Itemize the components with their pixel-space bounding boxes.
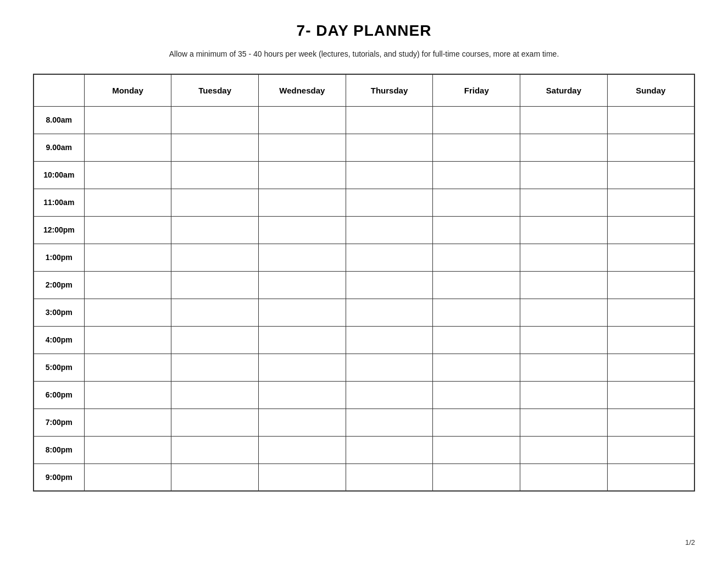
schedule-cell[interactable] <box>346 189 433 216</box>
schedule-cell[interactable] <box>84 299 171 326</box>
schedule-cell[interactable] <box>433 299 520 326</box>
schedule-cell[interactable] <box>346 354 433 381</box>
schedule-cell[interactable] <box>520 189 608 216</box>
schedule-cell[interactable] <box>346 326 433 354</box>
schedule-cell[interactable] <box>259 244 346 271</box>
schedule-cell[interactable] <box>520 436 608 463</box>
schedule-cell[interactable] <box>84 463 171 491</box>
schedule-cell[interactable] <box>84 326 171 354</box>
schedule-cell[interactable] <box>171 436 259 463</box>
schedule-cell[interactable] <box>171 134 259 161</box>
schedule-cell[interactable] <box>433 409 520 436</box>
schedule-cell[interactable] <box>607 381 694 409</box>
schedule-cell[interactable] <box>346 271 433 299</box>
schedule-cell[interactable] <box>346 436 433 463</box>
schedule-cell[interactable] <box>84 244 171 271</box>
schedule-cell[interactable] <box>259 381 346 409</box>
schedule-cell[interactable] <box>259 436 346 463</box>
schedule-cell[interactable] <box>84 106 171 134</box>
schedule-cell[interactable] <box>84 354 171 381</box>
schedule-cell[interactable] <box>84 216 171 244</box>
schedule-cell[interactable] <box>84 161 171 189</box>
schedule-cell[interactable] <box>607 326 694 354</box>
schedule-cell[interactable] <box>259 161 346 189</box>
schedule-cell[interactable] <box>433 271 520 299</box>
schedule-cell[interactable] <box>346 409 433 436</box>
schedule-cell[interactable] <box>607 216 694 244</box>
schedule-cell[interactable] <box>607 436 694 463</box>
schedule-cell[interactable] <box>520 409 608 436</box>
schedule-cell[interactable] <box>171 244 259 271</box>
schedule-cell[interactable] <box>346 134 433 161</box>
schedule-cell[interactable] <box>520 381 608 409</box>
schedule-cell[interactable] <box>607 244 694 271</box>
schedule-cell[interactable] <box>607 354 694 381</box>
schedule-cell[interactable] <box>433 381 520 409</box>
schedule-cell[interactable] <box>259 216 346 244</box>
schedule-cell[interactable] <box>171 216 259 244</box>
schedule-cell[interactable] <box>84 409 171 436</box>
schedule-cell[interactable] <box>171 189 259 216</box>
schedule-cell[interactable] <box>171 161 259 189</box>
schedule-cell[interactable] <box>259 271 346 299</box>
schedule-cell[interactable] <box>346 381 433 409</box>
schedule-cell[interactable] <box>607 463 694 491</box>
schedule-cell[interactable] <box>84 134 171 161</box>
table-row: 9:00pm <box>34 463 694 491</box>
schedule-cell[interactable] <box>607 106 694 134</box>
schedule-cell[interactable] <box>171 326 259 354</box>
schedule-cell[interactable] <box>171 463 259 491</box>
schedule-cell[interactable] <box>433 134 520 161</box>
schedule-cell[interactable] <box>259 409 346 436</box>
schedule-cell[interactable] <box>520 326 608 354</box>
schedule-cell[interactable] <box>259 189 346 216</box>
schedule-cell[interactable] <box>433 244 520 271</box>
schedule-cell[interactable] <box>520 134 608 161</box>
schedule-cell[interactable] <box>520 463 608 491</box>
schedule-cell[interactable] <box>520 271 608 299</box>
schedule-cell[interactable] <box>520 299 608 326</box>
schedule-cell[interactable] <box>84 189 171 216</box>
schedule-cell[interactable] <box>259 326 346 354</box>
schedule-cell[interactable] <box>84 381 171 409</box>
schedule-cell[interactable] <box>520 216 608 244</box>
schedule-cell[interactable] <box>433 189 520 216</box>
schedule-cell[interactable] <box>433 463 520 491</box>
schedule-cell[interactable] <box>171 354 259 381</box>
schedule-cell[interactable] <box>607 271 694 299</box>
schedule-cell[interactable] <box>520 106 608 134</box>
schedule-cell[interactable] <box>607 409 694 436</box>
schedule-cell[interactable] <box>259 106 346 134</box>
schedule-cell[interactable] <box>433 354 520 381</box>
schedule-cell[interactable] <box>346 463 433 491</box>
schedule-cell[interactable] <box>607 134 694 161</box>
schedule-cell[interactable] <box>346 244 433 271</box>
schedule-cell[interactable] <box>171 381 259 409</box>
schedule-cell[interactable] <box>607 299 694 326</box>
schedule-cell[interactable] <box>84 436 171 463</box>
schedule-cell[interactable] <box>259 134 346 161</box>
schedule-cell[interactable] <box>433 161 520 189</box>
schedule-cell[interactable] <box>259 354 346 381</box>
schedule-cell[interactable] <box>433 106 520 134</box>
schedule-cell[interactable] <box>520 244 608 271</box>
schedule-cell[interactable] <box>171 271 259 299</box>
schedule-cell[interactable] <box>259 463 346 491</box>
schedule-cell[interactable] <box>346 216 433 244</box>
schedule-cell[interactable] <box>433 326 520 354</box>
schedule-cell[interactable] <box>171 409 259 436</box>
schedule-cell[interactable] <box>346 299 433 326</box>
schedule-cell[interactable] <box>433 436 520 463</box>
schedule-cell[interactable] <box>346 161 433 189</box>
schedule-cell[interactable] <box>607 189 694 216</box>
schedule-cell[interactable] <box>520 354 608 381</box>
schedule-cell[interactable] <box>171 106 259 134</box>
schedule-cell[interactable] <box>433 216 520 244</box>
schedule-cell[interactable] <box>259 299 346 326</box>
schedule-cell[interactable] <box>607 161 694 189</box>
schedule-cell[interactable] <box>520 161 608 189</box>
schedule-cell[interactable] <box>84 271 171 299</box>
time-header <box>34 74 84 106</box>
schedule-cell[interactable] <box>346 106 433 134</box>
schedule-cell[interactable] <box>171 299 259 326</box>
